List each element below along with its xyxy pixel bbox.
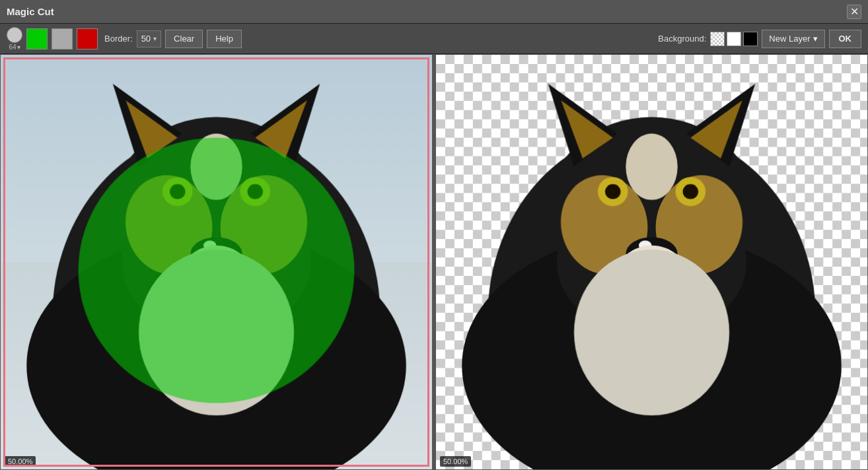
app-title: Magic Cut (7, 6, 54, 17)
bg-white-swatch[interactable] (727, 32, 741, 46)
border-label: Border: (104, 34, 133, 44)
background-swatches (710, 32, 758, 46)
foreground-color-green[interactable] (26, 28, 48, 50)
right-canvas[interactable] (436, 55, 867, 469)
border-select[interactable]: 50 ▾ (137, 30, 161, 48)
new-layer-label: New Layer (769, 34, 810, 44)
toolbar: 64 ▾ Border: 50 ▾ Clear Help Background:… (0, 24, 868, 54)
titlebar: Magic Cut ✕ (0, 0, 868, 24)
left-canvas[interactable] (1, 55, 432, 469)
bg-black-swatch[interactable] (743, 32, 758, 46)
left-canvas-panel[interactable]: 50.00% (0, 54, 433, 470)
border-value: 50 (141, 34, 151, 44)
bg-transparent-swatch[interactable] (710, 32, 725, 46)
close-button[interactable]: ✕ (847, 5, 861, 19)
new-layer-arrow: ▾ (813, 34, 818, 44)
ok-button[interactable]: OK (829, 30, 862, 48)
brush-size-arrow[interactable]: ▾ (17, 44, 20, 51)
right-canvas-panel[interactable]: 50.00% (435, 54, 868, 470)
canvas-area: 50.00% 50.00% (0, 54, 868, 470)
new-layer-button[interactable]: New Layer ▾ (762, 30, 824, 48)
neutral-color-gray[interactable] (52, 28, 73, 50)
background-color-red[interactable] (77, 28, 98, 50)
help-button[interactable]: Help (207, 30, 242, 48)
brush-size-control[interactable]: 64 ▾ (7, 27, 22, 51)
border-dropdown-arrow[interactable]: ▾ (153, 35, 157, 42)
brush-circle (7, 27, 22, 43)
background-label: Background: (658, 34, 706, 44)
brush-size-label: 64 (9, 44, 16, 51)
clear-button[interactable]: Clear (165, 30, 203, 48)
